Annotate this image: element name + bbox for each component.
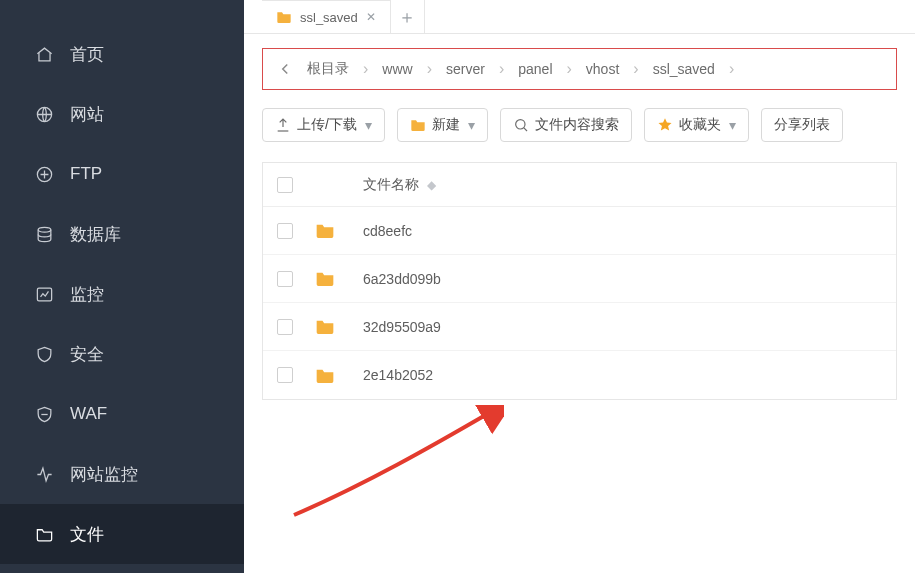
button-label: 文件内容搜索	[535, 116, 619, 134]
chevron-down-icon: ▾	[468, 117, 475, 133]
button-label: 分享列表	[774, 116, 830, 134]
sidebar-item-files[interactable]: 文件	[0, 504, 244, 564]
tab-add-button[interactable]: ＋	[391, 0, 425, 33]
star-icon	[657, 117, 673, 133]
crumb-www[interactable]: www	[374, 57, 420, 81]
table-row[interactable]: 2e14b2052	[263, 351, 896, 399]
toolbar: 上传/下载 ▾ 新建 ▾ 文件内容搜索 收藏夹 ▾ 分享列表	[244, 90, 915, 154]
annotation-arrow	[284, 405, 504, 525]
chevron-down-icon: ▾	[365, 117, 372, 133]
close-icon[interactable]: ✕	[366, 11, 376, 23]
share-list-button[interactable]: 分享列表	[761, 108, 843, 142]
tab-label: ssl_saved	[300, 10, 358, 25]
chevron-down-icon: ▾	[729, 117, 736, 133]
sidebar: 首页 网站 FTP 数据库 监控 安全 WAF 网站监控	[0, 0, 244, 573]
new-button[interactable]: 新建 ▾	[397, 108, 488, 142]
ftp-icon	[34, 164, 54, 184]
sidebar-item-ftp[interactable]: FTP	[0, 144, 244, 204]
search-icon	[513, 117, 529, 133]
sidebar-item-database[interactable]: 数据库	[0, 204, 244, 264]
sidebar-item-security[interactable]: 安全	[0, 324, 244, 384]
sidebar-item-label: 网站	[70, 103, 104, 126]
file-name[interactable]: 32d95509a9	[363, 319, 896, 335]
row-checkbox[interactable]	[277, 319, 293, 335]
folder-icon	[276, 10, 292, 24]
table-header: 文件名称 ◆	[263, 163, 896, 207]
crumb-server[interactable]: server	[438, 57, 493, 81]
waf-shield-icon	[34, 404, 54, 424]
sidebar-item-label: 监控	[70, 283, 104, 306]
sidebar-item-site-monitor[interactable]: 网站监控	[0, 444, 244, 504]
activity-icon	[34, 464, 54, 484]
breadcrumb-bar: 根目录 › www › server › panel › vhost › ssl…	[262, 48, 897, 90]
database-icon	[34, 224, 54, 244]
folder-icon	[315, 367, 335, 384]
sidebar-item-label: 文件	[70, 523, 104, 546]
sidebar-item-site[interactable]: 网站	[0, 84, 244, 144]
sidebar-item-monitor[interactable]: 监控	[0, 264, 244, 324]
column-name[interactable]: 文件名称	[363, 176, 419, 194]
crumb-ssl-saved[interactable]: ssl_saved	[645, 57, 723, 81]
globe-icon	[34, 104, 54, 124]
row-checkbox[interactable]	[277, 223, 293, 239]
file-name[interactable]: 6a23dd099b	[363, 271, 896, 287]
table-row[interactable]: cd8eefc	[263, 207, 896, 255]
svg-point-2	[38, 227, 51, 232]
sidebar-item-label: 首页	[70, 43, 104, 66]
chevron-right-icon: ›	[633, 60, 638, 78]
chevron-right-icon: ›	[499, 60, 504, 78]
table-row[interactable]: 32d95509a9	[263, 303, 896, 351]
button-label: 新建	[432, 116, 460, 134]
folder-icon	[410, 117, 426, 133]
folder-icon	[34, 524, 54, 544]
sidebar-item-home[interactable]: 首页	[0, 24, 244, 84]
tab-bar: ssl_saved ✕ ＋	[244, 0, 915, 34]
file-name[interactable]: cd8eefc	[363, 223, 896, 239]
content-search-button[interactable]: 文件内容搜索	[500, 108, 632, 142]
home-icon	[34, 44, 54, 64]
folder-icon	[315, 222, 335, 239]
tab-ssl-saved[interactable]: ssl_saved ✕	[262, 0, 391, 33]
sidebar-item-label: 安全	[70, 343, 104, 366]
shield-icon	[34, 344, 54, 364]
row-checkbox[interactable]	[277, 367, 293, 383]
row-checkbox[interactable]	[277, 271, 293, 287]
folder-icon	[315, 270, 335, 287]
select-all-checkbox[interactable]	[277, 177, 293, 193]
file-name[interactable]: 2e14b2052	[363, 367, 896, 383]
sidebar-item-waf[interactable]: WAF	[0, 384, 244, 444]
favorites-button[interactable]: 收藏夹 ▾	[644, 108, 749, 142]
sidebar-item-label: 网站监控	[70, 463, 138, 486]
sort-icon[interactable]: ◆	[427, 179, 436, 191]
file-table: 文件名称 ◆ cd8eefc 6a23dd099b 32d95509a9	[262, 162, 897, 400]
crumb-root[interactable]: 根目录	[299, 56, 357, 82]
chevron-right-icon: ›	[363, 60, 368, 78]
button-label: 上传/下载	[297, 116, 357, 134]
crumb-panel[interactable]: panel	[510, 57, 560, 81]
crumb-vhost[interactable]: vhost	[578, 57, 627, 81]
sidebar-item-label: 数据库	[70, 223, 121, 246]
main-panel: ssl_saved ✕ ＋ 根目录 › www › server › panel…	[244, 0, 915, 573]
table-row[interactable]: 6a23dd099b	[263, 255, 896, 303]
chevron-right-icon: ›	[427, 60, 432, 78]
folder-icon	[315, 318, 335, 335]
chevron-right-icon: ›	[729, 60, 734, 78]
sidebar-item-label: FTP	[70, 164, 102, 184]
sidebar-item-label: WAF	[70, 404, 107, 424]
chart-icon	[34, 284, 54, 304]
chevron-right-icon: ›	[567, 60, 572, 78]
back-button[interactable]	[271, 55, 299, 83]
svg-point-4	[516, 120, 525, 129]
upload-download-button[interactable]: 上传/下载 ▾	[262, 108, 385, 142]
upload-icon	[275, 117, 291, 133]
button-label: 收藏夹	[679, 116, 721, 134]
